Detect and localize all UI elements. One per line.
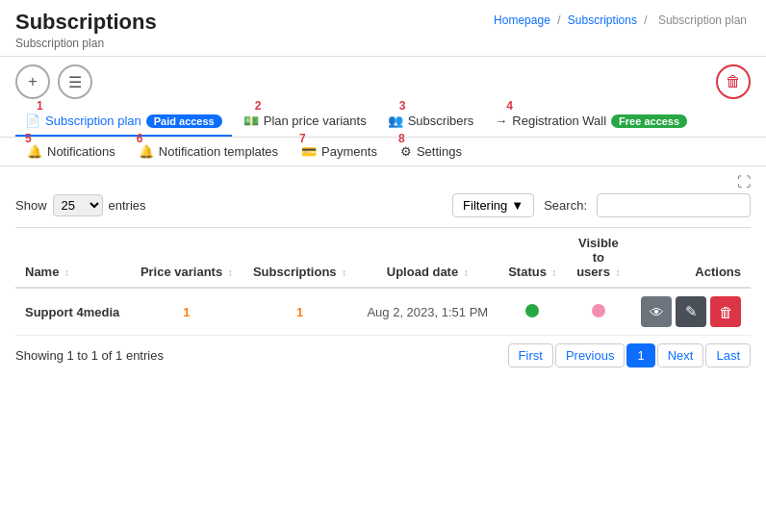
- sort-name-icon[interactable]: ↕: [64, 267, 69, 278]
- header-title-block: Subscriptions Subscription plan: [15, 10, 157, 50]
- paid-access-badge: Paid access: [146, 114, 222, 128]
- add-button[interactable]: +: [15, 64, 50, 99]
- status-dot-green: [525, 304, 539, 317]
- free-access-badge: Free access: [611, 114, 687, 128]
- sort-date-icon[interactable]: ↕: [464, 267, 469, 278]
- table-controls: Show 25 10 50 100 entries Filtering ▼ Se…: [15, 193, 751, 217]
- search-input[interactable]: [597, 193, 751, 217]
- tab-payments-label: Payments: [321, 144, 377, 159]
- cell-subscriptions: 1: [243, 288, 356, 336]
- main-table: Name ↕ Price variants ↕ Subscriptions ↕ …: [15, 227, 751, 336]
- header: Subscriptions Subscription plan Homepage…: [0, 0, 766, 57]
- show-entries: Show 25 10 50 100 entries: [15, 194, 146, 216]
- tabs-row-1: 1 📄 Subscription plan Paid access 2 💵 Pl…: [0, 107, 766, 138]
- tab-subscribers-label: Subscribers: [408, 114, 474, 128]
- visible-dot-pink: [592, 304, 605, 317]
- col-upload-date: Upload date ↕: [357, 228, 498, 289]
- toolbar-left: + ☰: [15, 64, 92, 99]
- notification-templates-icon: 🔔: [139, 144, 154, 159]
- filter-toggle-button[interactable]: ☰: [58, 64, 92, 99]
- col-name: Name ↕: [15, 228, 130, 289]
- actions-cell: 👁 ✎ 🗑: [640, 296, 741, 327]
- table-header-row: Name ↕ Price variants ↕ Subscriptions ↕ …: [15, 228, 751, 289]
- edit-action-button[interactable]: ✎: [676, 296, 706, 327]
- sort-price-icon[interactable]: ↕: [228, 267, 233, 278]
- view-action-button[interactable]: 👁: [641, 296, 672, 327]
- page-title: Subscriptions: [15, 10, 157, 35]
- col-price-variants: Price variants ↕: [130, 228, 243, 289]
- tab-payments[interactable]: 7 💳 Payments: [290, 138, 389, 165]
- payments-icon: 💳: [301, 144, 317, 159]
- show-label: Show: [15, 198, 47, 213]
- pagination: First Previous 1 Next Last: [508, 343, 751, 367]
- notifications-icon: 🔔: [27, 144, 42, 159]
- toolbar: + ☰ 🗑: [0, 57, 766, 107]
- plan-price-icon: 💵: [243, 114, 259, 128]
- tab-notifications[interactable]: 5 🔔 Notifications: [15, 138, 127, 165]
- tab-registration-wall-label: Registration Wall: [512, 114, 606, 128]
- entries-select[interactable]: 25 10 50 100: [53, 194, 103, 216]
- table-section: ⛶ Show 25 10 50 100 entries Filtering ▼ …: [0, 166, 766, 375]
- filtering-label: Filtering: [463, 198, 507, 213]
- table-footer: Showing 1 to 1 of 1 entries First Previo…: [15, 343, 751, 367]
- cell-upload-date: Aug 2, 2023, 1:51 PM: [357, 288, 498, 336]
- sort-subscriptions-icon[interactable]: ↕: [342, 267, 346, 278]
- subscription-plan-icon: 📄: [25, 114, 40, 128]
- sort-visible-icon[interactable]: ↕: [616, 267, 621, 278]
- chevron-down-icon: ▼: [511, 198, 523, 213]
- trash-icon: 🗑: [726, 73, 741, 90]
- tab-settings-label: Settings: [417, 144, 462, 159]
- cell-price-variants: 1: [130, 288, 243, 336]
- search-label: Search:: [544, 198, 587, 213]
- cell-actions: 👁 ✎ 🗑: [630, 288, 751, 336]
- filtering-button[interactable]: Filtering ▼: [452, 193, 534, 217]
- delete-action-button[interactable]: 🗑: [710, 296, 741, 327]
- delete-icon: 🗑: [719, 304, 733, 320]
- col-status: Status ↕: [498, 228, 567, 289]
- page-subtitle: Subscription plan: [15, 37, 157, 50]
- current-page-button[interactable]: 1: [626, 343, 654, 367]
- edit-icon: ✎: [685, 303, 698, 320]
- previous-page-button[interactable]: Previous: [555, 343, 626, 367]
- cell-visible: [567, 288, 630, 336]
- subscribers-icon: 👥: [388, 114, 403, 128]
- tab-notification-templates[interactable]: 6 🔔 Notification templates: [127, 138, 290, 165]
- cell-status: [498, 288, 567, 336]
- col-actions: Actions: [630, 228, 751, 289]
- expand-area: ⛶: [15, 174, 751, 190]
- first-page-button[interactable]: First: [508, 343, 553, 367]
- tabs-row-2: 5 🔔 Notifications 6 🔔 Notification templ…: [0, 138, 766, 166]
- last-page-button[interactable]: Last: [705, 343, 751, 367]
- breadcrumb: Homepage / Subscriptions / Subscription …: [494, 13, 751, 27]
- breadcrumb-current: Subscription plan: [658, 13, 747, 27]
- entries-label: entries: [109, 198, 146, 213]
- tab-plan-price-label: Plan price variants: [264, 114, 367, 128]
- breadcrumb-subscriptions[interactable]: Subscriptions: [568, 13, 637, 27]
- expand-button[interactable]: ⛶: [737, 174, 751, 190]
- tab-notifications-label: Notifications: [47, 144, 115, 159]
- filter-icon: ☰: [68, 73, 82, 91]
- tab-subscription-plan-label: Subscription plan: [45, 114, 141, 128]
- filter-search: Filtering ▼ Search:: [452, 193, 751, 217]
- tab-settings[interactable]: 8 ⚙ Settings: [389, 138, 473, 165]
- registration-wall-icon: →: [495, 114, 507, 128]
- eye-icon: 👁: [650, 304, 664, 320]
- tab-subscribers[interactable]: 3 👥 Subscribers: [378, 107, 484, 137]
- delete-button[interactable]: 🗑: [716, 64, 751, 99]
- col-visible-to-users: Visibletousers ↕: [567, 228, 630, 289]
- tab-registration-wall[interactable]: 4 → Registration Wall Free access: [485, 107, 697, 137]
- tab-notification-templates-label: Notification templates: [159, 144, 278, 159]
- col-subscriptions: Subscriptions ↕: [243, 228, 356, 289]
- showing-text: Showing 1 to 1 of 1 entries: [15, 348, 164, 363]
- table-row: Support 4media 1 1 Aug 2, 2023, 1:51 PM …: [15, 288, 751, 336]
- sort-status-icon[interactable]: ↕: [552, 267, 557, 278]
- next-page-button[interactable]: Next: [657, 343, 704, 367]
- breadcrumb-homepage[interactable]: Homepage: [494, 13, 550, 27]
- cell-name: Support 4media: [15, 288, 130, 336]
- settings-icon: ⚙: [400, 144, 412, 159]
- tab-subscription-plan[interactable]: 1 📄 Subscription plan Paid access: [15, 107, 232, 137]
